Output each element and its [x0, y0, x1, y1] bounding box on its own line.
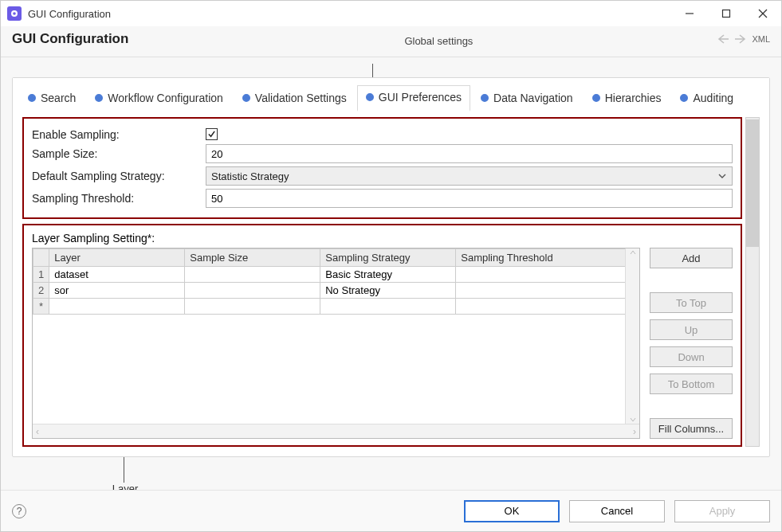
table-row[interactable]: *	[33, 299, 639, 315]
minimize-button[interactable]	[671, 1, 708, 26]
radio-icon	[680, 94, 688, 102]
col-layer[interactable]: Layer	[49, 249, 185, 267]
layer-caption: Layer settings	[93, 483, 157, 490]
add-button[interactable]: Add	[650, 248, 733, 268]
scroll-down-icon	[629, 416, 637, 424]
scroll-up-icon	[629, 248, 637, 256]
table-row[interactable]: 2 sor No Strategy	[33, 283, 639, 299]
caption-connector-bottom	[124, 457, 770, 483]
apply-button[interactable]: Apply	[674, 500, 770, 522]
grid-vertical-scrollbar[interactable]	[625, 248, 639, 424]
tab-label: Validation Settings	[255, 92, 347, 104]
to-top-button[interactable]: To Top	[650, 292, 733, 313]
radio-icon	[242, 94, 250, 102]
tab-label: Search	[41, 92, 76, 104]
layer-settings-group: Layer Sampling Setting*: Layer	[22, 224, 742, 447]
window-title: GUI Configuration	[28, 8, 111, 20]
sample-size-label: Sample Size:	[32, 147, 206, 160]
chevron-down-icon	[717, 171, 727, 181]
radio-icon	[95, 94, 103, 102]
col-sample-size[interactable]: Sample Size	[185, 249, 320, 267]
tabs-row: Search Workflow Configuration Validation…	[13, 78, 769, 111]
footer: ? OK Cancel Apply	[1, 490, 781, 531]
titlebar: GUI Configuration	[1, 1, 781, 26]
svg-point-1	[13, 12, 16, 15]
xml-toggle[interactable]: XML	[752, 34, 770, 44]
close-button[interactable]	[745, 1, 781, 26]
tab-caption-label: Global settings	[160, 35, 717, 47]
app-icon	[7, 6, 22, 21]
svg-rect-3	[723, 10, 730, 18]
window-root: GUI Configuration GUI Configuration Glob…	[0, 0, 782, 532]
scrollbar-thumb[interactable]	[746, 119, 759, 247]
global-settings-group: Enable Sampling: Sample Size:	[22, 117, 742, 219]
up-button[interactable]: Up	[650, 319, 733, 340]
tab-data-navigation[interactable]: Data Navigation	[472, 86, 582, 111]
tab-label: Workflow Configuration	[108, 92, 222, 104]
radio-icon	[28, 94, 36, 102]
table-row[interactable]: 1 dataset Basic Strategy	[33, 267, 639, 283]
nav-forward-icon[interactable]	[734, 33, 747, 45]
help-icon[interactable]: ?	[12, 504, 26, 518]
default-strategy-select[interactable]: Statistic Strategy	[206, 166, 733, 186]
panel-vertical-scrollbar[interactable]	[745, 117, 760, 447]
col-threshold[interactable]: Sampling Threshold	[456, 249, 639, 267]
default-strategy-label: Default Sampling Strategy:	[32, 170, 206, 182]
col-rownum[interactable]	[33, 249, 49, 267]
ok-button[interactable]: OK	[464, 500, 560, 522]
tab-gui-preferences[interactable]: GUI Preferences	[357, 85, 470, 111]
maximize-button[interactable]	[708, 1, 745, 26]
enable-sampling-label: Enable Sampling:	[32, 128, 206, 141]
caption-connector-top	[372, 64, 770, 78]
tab-hierarchies[interactable]: Hierarchies	[584, 86, 670, 111]
tab-label: Auditing	[693, 92, 733, 104]
layer-settings-title: Layer Sampling Setting*:	[32, 232, 733, 244]
tab-label: Hierarchies	[605, 92, 662, 104]
layer-grid[interactable]: Layer Sample Size Sampling Strategy Samp…	[32, 248, 640, 439]
nav-back-icon[interactable]	[717, 33, 729, 45]
col-strategy[interactable]: Sampling Strategy	[320, 249, 456, 267]
cancel-button[interactable]: Cancel	[569, 500, 665, 522]
sample-size-input[interactable]	[206, 144, 733, 163]
tabs-panel: Search Workflow Configuration Validation…	[12, 77, 770, 457]
to-bottom-button[interactable]: To Bottom	[650, 374, 733, 394]
sampling-threshold-input[interactable]	[206, 189, 733, 208]
fill-columns-button[interactable]: Fill Columns...	[650, 418, 733, 439]
header: GUI Configuration Global settings XML	[1, 26, 781, 57]
tab-search[interactable]: Search	[19, 86, 84, 111]
layer-button-column: Add To Top Up Down To Bottom Fill Column…	[650, 248, 733, 439]
scroll-left-icon: ‹	[36, 426, 39, 437]
page-title: GUI Configuration	[12, 31, 128, 47]
tab-workflow-configuration[interactable]: Workflow Configuration	[86, 86, 231, 111]
scroll-right-icon: ›	[633, 426, 636, 437]
grid-horizontal-scrollbar[interactable]: ‹ ›	[33, 424, 639, 438]
enable-sampling-checkbox[interactable]	[206, 128, 218, 140]
down-button[interactable]: Down	[650, 346, 733, 367]
tab-auditing[interactable]: Auditing	[671, 86, 742, 111]
radio-icon	[481, 94, 489, 102]
tab-validation-settings[interactable]: Validation Settings	[234, 86, 356, 111]
tab-label: GUI Preferences	[379, 91, 462, 104]
radio-icon	[592, 94, 600, 102]
body: Search Workflow Configuration Validation…	[1, 57, 781, 490]
sampling-threshold-label: Sampling Threshold:	[32, 192, 206, 205]
select-value: Statistic Strategy	[211, 170, 289, 182]
radio-icon	[366, 93, 374, 101]
tab-label: Data Navigation	[493, 92, 573, 104]
